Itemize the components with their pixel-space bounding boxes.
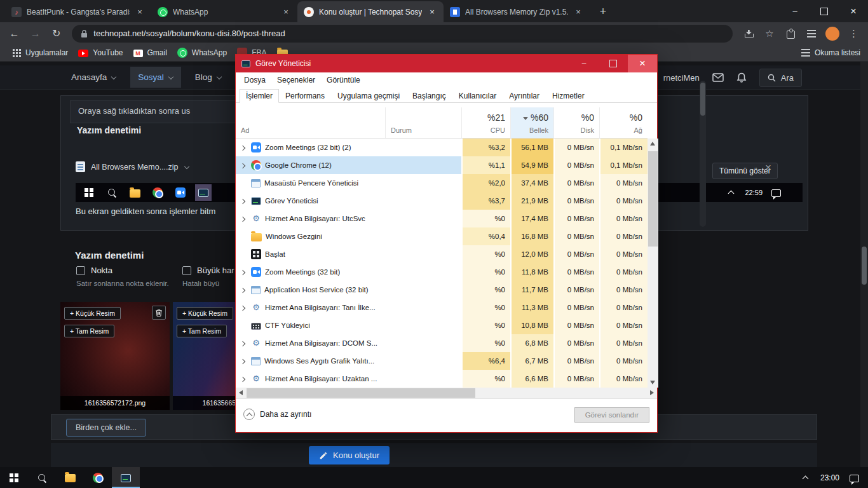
tm-vertical-scrollbar[interactable] <box>648 139 658 388</box>
process-row[interactable]: Zoom Meetings (32 bit) (2)%3,256,1 MB0 M… <box>236 139 648 156</box>
insert-full-image-button[interactable]: + Tam Resim <box>64 325 114 337</box>
bookmark-item[interactable]: Uygulamalar <box>8 47 73 58</box>
column-header-status[interactable]: Durum <box>385 107 461 138</box>
bookmark-item[interactable]: Gmail <box>128 47 172 58</box>
end-task-button[interactable]: Görevi sonlandır <box>574 407 649 423</box>
expand-chevron-icon[interactable] <box>240 375 247 383</box>
maximize-icon[interactable] <box>810 0 839 22</box>
bookmark-item[interactable]: WhatsApp <box>172 46 232 59</box>
editor-scrollbar-thumb[interactable] <box>700 83 705 116</box>
scroll-up-icon[interactable] <box>650 142 655 146</box>
taskbar-icon-folder[interactable] <box>56 467 84 488</box>
site-nav-item-anasayfa[interactable]: Anasayfa <box>64 67 124 88</box>
expand-chevron-icon[interactable] <box>240 357 247 365</box>
bookmark-item[interactable]: YouTube <box>73 47 128 58</box>
attachment-chip[interactable]: All Browsers Memo....zip <box>76 161 189 172</box>
new-tab-button[interactable]: + <box>593 2 613 21</box>
taskbar-icon-taskmgr[interactable] <box>112 467 140 488</box>
close-icon[interactable] <box>839 0 868 22</box>
bookmark-star-icon[interactable] <box>760 24 778 43</box>
expand-chevron-icon[interactable] <box>240 268 247 276</box>
taskbar-clock[interactable]: 23:00 <box>820 473 839 482</box>
tm-tab[interactable]: Ayrıntılar <box>503 89 546 103</box>
process-row[interactable]: Hizmet Ana Bilgisayarı: Uzaktan ...%06,6… <box>236 370 648 388</box>
expand-chevron-icon[interactable] <box>240 339 247 347</box>
tm-tab[interactable]: İşlemler <box>240 89 279 103</box>
back-icon[interactable]: ← <box>5 24 24 43</box>
tm-vscroll-thumb[interactable] <box>648 151 658 247</box>
taskbar-icon-chrome[interactable] <box>84 467 112 488</box>
close-icon[interactable] <box>628 55 657 72</box>
process-row[interactable]: Başlat%012,0 MB0 MB/sn0 Mb/sn <box>236 245 648 263</box>
expand-chevron-icon[interactable] <box>240 161 247 169</box>
process-row[interactable]: Application Host Service (32 bit)%011,7 … <box>236 281 648 299</box>
list-icon[interactable] <box>803 24 821 43</box>
insert-small-image-button[interactable]: + Küçük Resim <box>177 307 233 320</box>
tm-hscroll-thumb[interactable] <box>247 388 475 398</box>
insert-small-image-button[interactable]: + Küçük Resim <box>64 307 121 320</box>
username[interactable]: rnetciMen <box>663 73 700 83</box>
column-header-network[interactable]: %0 Ağ <box>599 107 648 138</box>
forward-icon[interactable]: → <box>26 24 44 43</box>
scroll-down-icon[interactable] <box>650 381 655 384</box>
insert-full-image-button[interactable]: + Tam Resim <box>177 325 227 337</box>
save-download-icon[interactable] <box>739 24 757 43</box>
tm-tab[interactable]: Kullanıcılar <box>452 89 503 103</box>
tm-tab[interactable]: Hizmetler <box>546 89 591 103</box>
column-header-cpu[interactable]: %21 CPU <box>461 107 510 138</box>
browser-tab[interactable]: All Browsers Memory Zip v1.5.7.5× <box>444 1 590 22</box>
task-manager-titlebar[interactable]: Görev Yöneticisi <box>236 55 657 72</box>
maximize-icon[interactable] <box>599 55 628 72</box>
tab-close-icon[interactable]: × <box>427 7 437 17</box>
process-row[interactable]: Windows Ses Aygıtı Grafik Yalıtı...%6,46… <box>236 352 648 370</box>
address-bar[interactable]: technopat.net/sosyal/bolum/konu-disi.80/… <box>72 25 733 43</box>
expand-chevron-icon[interactable] <box>240 286 247 294</box>
minimize-icon[interactable] <box>569 55 599 72</box>
tray-chevron-up-icon[interactable] <box>801 473 810 482</box>
minimize-icon[interactable] <box>780 0 810 22</box>
process-row[interactable]: Google Chrome (12)%1,154,9 MB0 MB/sn0,1 … <box>236 156 648 174</box>
reload-icon[interactable]: ↻ <box>47 24 65 43</box>
taskbar-icon-windows[interactable] <box>0 467 28 488</box>
process-row[interactable]: Masaüstü Pencere Yöneticisi%2,037,4 MB0 … <box>236 174 648 192</box>
process-row[interactable]: Görev Yöneticisi%3,721,9 MB0 MB/sn0 Mb/s… <box>236 192 648 210</box>
site-nav-item-sosyal[interactable]: Sosyal <box>130 67 181 88</box>
tm-menu-item[interactable]: Görüntüle <box>321 76 366 85</box>
checkbox-buyuk-harf[interactable] <box>182 266 191 275</box>
tab-close-icon[interactable]: × <box>135 7 145 17</box>
scroll-right-icon[interactable] <box>650 390 654 395</box>
page-scrollbar[interactable] <box>860 62 868 467</box>
tm-tab[interactable]: Başlangıç <box>406 89 452 103</box>
column-header-disk[interactable]: %0 Disk <box>553 107 599 138</box>
tm-horizontal-scrollbar[interactable] <box>236 388 657 398</box>
site-nav-item-blog[interactable]: Blog <box>187 67 229 88</box>
column-header-memory[interactable]: %60 Bellek <box>510 107 553 138</box>
delete-attachment-button[interactable] <box>152 306 166 320</box>
expand-chevron-icon[interactable] <box>240 304 247 311</box>
process-row[interactable]: Hizmet Ana Bilgisayarı: Tanı İlke...%011… <box>236 299 648 316</box>
taskbar-icon-search[interactable] <box>28 467 56 488</box>
create-topic-button[interactable]: Konu oluştur <box>309 446 390 464</box>
expand-chevron-icon[interactable] <box>240 215 247 222</box>
browser-tab[interactable]: WhatsApp× <box>151 1 297 22</box>
page-scrollbar-thumb[interactable] <box>862 247 867 285</box>
tm-menu-item[interactable]: Dosya <box>238 76 271 85</box>
tm-menu-item[interactable]: Seçenekler <box>271 76 321 85</box>
tm-tab[interactable]: Performans <box>279 89 331 103</box>
scroll-left-icon[interactable] <box>239 390 243 395</box>
dismiss-x-icon[interactable]: × <box>765 161 771 174</box>
expand-chevron-icon[interactable] <box>240 144 247 151</box>
process-row[interactable]: Hizmet Ana Bilgisayarı: DCOM S...%06,8 M… <box>236 334 648 352</box>
tab-close-icon[interactable]: × <box>281 7 291 17</box>
reading-list-button[interactable]: Okuma listesi <box>801 48 860 57</box>
process-row[interactable]: CTF Yükleyici%010,8 MB0 MB/sn0 Mb/sn <box>236 316 648 334</box>
menu-kebab-icon[interactable] <box>844 24 863 43</box>
browser-tab[interactable]: Konu oluştur | Technopat Sosyal× <box>297 1 444 22</box>
process-row[interactable]: Windows Gezgini%0,416,8 MB0 MB/sn0 Mb/sn <box>236 227 648 245</box>
add-multiple-button[interactable]: Birden çok ekle... <box>66 419 146 437</box>
action-center-icon[interactable] <box>850 475 859 482</box>
tab-close-icon[interactable]: × <box>573 7 583 17</box>
tm-tab[interactable]: Uygulama geçmişi <box>331 89 406 103</box>
less-detail-toggle[interactable]: Daha az ayrıntı <box>243 409 311 420</box>
extensions-puzzle-icon[interactable] <box>782 24 800 43</box>
